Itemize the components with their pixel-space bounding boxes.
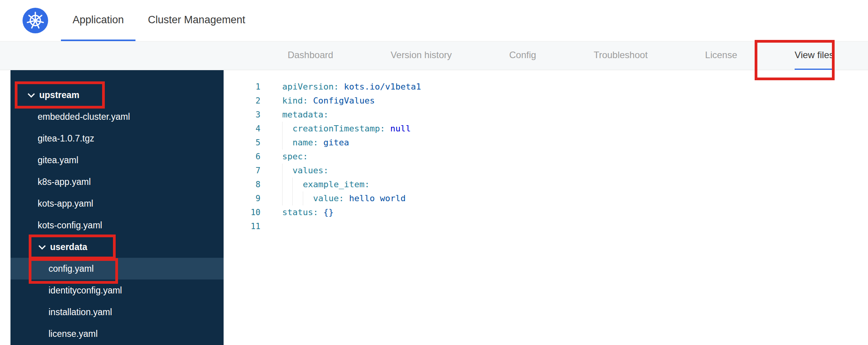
tree-file-gitea-1-0-7-tgz[interactable]: gitea-1.0.7.tgz	[10, 128, 224, 149]
tree-file-kots-config-yaml[interactable]: kots-config.yaml	[10, 214, 224, 236]
nav-tab-dashboard[interactable]: Dashboard	[288, 41, 333, 70]
token-key: status:	[282, 205, 318, 219]
tree-item-label: license.yaml	[49, 329, 98, 339]
indent-guide	[292, 191, 302, 205]
code-line-content: metadata:	[260, 108, 328, 122]
token-key: kind:	[282, 94, 308, 108]
nav-tab-version-history[interactable]: Version history	[391, 41, 451, 70]
line-number: 3	[224, 108, 260, 122]
editor-line-4[interactable]: 4creationTimestamp: null	[224, 122, 868, 136]
indent-guide	[282, 136, 292, 150]
code-line-content: kind: ConfigValues	[260, 94, 375, 108]
line-number: 6	[224, 150, 260, 164]
token-str: hello world	[344, 191, 406, 205]
token-str: ConfigValues	[308, 94, 375, 108]
line-number: 1	[224, 80, 260, 94]
line-number: 7	[224, 164, 260, 178]
token-str: kots.io/v1beta1	[339, 80, 421, 94]
tree-file-identityconfig-yaml[interactable]: identityconfig.yaml	[10, 279, 224, 301]
nav-tab-config[interactable]: Config	[509, 41, 536, 70]
indent-guide	[292, 178, 302, 191]
indent-guide	[282, 191, 292, 205]
code-editor[interactable]: 1apiVersion: kots.io/v1beta12kind: Confi…	[224, 70, 868, 345]
editor-line-6[interactable]: 6spec:	[224, 150, 868, 164]
token-key: example_item:	[303, 178, 370, 191]
code-line-content: status: {}	[260, 205, 333, 219]
indent-guide	[282, 164, 292, 178]
token-key: value:	[313, 191, 344, 205]
tree-item-label: gitea-1.0.7.tgz	[38, 133, 94, 144]
file-tree-sidebar: upstreamembedded-cluster.yamlgitea-1.0.7…	[10, 70, 224, 345]
token-key: spec:	[282, 150, 308, 164]
code-line-content: creationTimestamp: null	[260, 122, 411, 136]
editor-line-5[interactable]: 5name: gitea	[224, 136, 868, 150]
editor-line-7[interactable]: 7values:	[224, 164, 868, 178]
line-number: 9	[224, 191, 260, 205]
token-key: values:	[292, 164, 328, 178]
tree-item-label: identityconfig.yaml	[49, 285, 122, 296]
tree-file-embedded-cluster-yaml[interactable]: embedded-cluster.yaml	[10, 106, 224, 128]
tree-file-license-yaml[interactable]: license.yaml	[10, 323, 224, 345]
tree-file-k8s-app-yaml[interactable]: k8s-app.yaml	[10, 171, 224, 193]
token-str: gitea	[318, 136, 349, 150]
code-line-content: name: gitea	[260, 136, 349, 150]
editor-line-11[interactable]: 11	[224, 219, 868, 233]
tree-item-label: kots-config.yaml	[38, 220, 102, 231]
line-number: 4	[224, 122, 260, 136]
tree-item-label: kots-app.yaml	[38, 198, 93, 209]
indent-guide	[282, 178, 292, 191]
tree-file-installation-yaml[interactable]: installation.yaml	[10, 301, 224, 323]
code-line-content: spec:	[260, 150, 308, 164]
nav-tab-troubleshoot[interactable]: Troubleshoot	[594, 41, 648, 70]
code-line-content	[260, 219, 282, 233]
code-line-content: apiVersion: kots.io/v1beta1	[260, 80, 421, 94]
tree-item-label: upstream	[39, 90, 80, 100]
token-key: apiVersion:	[282, 80, 339, 94]
kubernetes-logo	[23, 8, 48, 33]
chevron-down-icon	[38, 242, 45, 249]
primary-tab-application[interactable]: Application	[61, 0, 135, 41]
tree-item-label: k8s-app.yaml	[38, 177, 91, 187]
editor-line-1[interactable]: 1apiVersion: kots.io/v1beta1	[224, 80, 868, 94]
tree-file-gitea-yaml[interactable]: gitea.yaml	[10, 149, 224, 171]
tree-file-config-yaml[interactable]: config.yaml	[10, 258, 224, 279]
primary-tab-cluster-management[interactable]: Cluster Management	[136, 0, 257, 41]
tree-folder-userdata[interactable]: userdata	[10, 236, 224, 258]
helm-wheel-icon	[26, 12, 44, 29]
tree-item-label: embedded-cluster.yaml	[38, 112, 130, 122]
nav-tab-view-files[interactable]: View files	[795, 41, 834, 70]
chevron-down-icon	[28, 90, 35, 97]
line-number: 11	[224, 219, 260, 233]
token-key: name:	[292, 136, 318, 150]
indent-guide	[303, 191, 313, 205]
line-number: 8	[224, 178, 260, 191]
code-line-content: value: hello world	[260, 191, 406, 205]
code-line-content: values:	[260, 164, 328, 178]
tree-folder-upstream[interactable]: upstream	[10, 84, 224, 106]
primary-nav: ApplicationCluster Management	[61, 0, 257, 41]
tree-item-label: config.yaml	[49, 264, 94, 274]
editor-line-3[interactable]: 3metadata:	[224, 108, 868, 122]
token-kw: null	[385, 122, 411, 136]
editor-line-2[interactable]: 2kind: ConfigValues	[224, 94, 868, 108]
tree-file-kots-app-yaml[interactable]: kots-app.yaml	[10, 193, 224, 214]
code-line-content: example_item:	[260, 178, 370, 191]
line-number: 2	[224, 94, 260, 108]
line-number: 5	[224, 136, 260, 150]
tree-item-label: installation.yaml	[49, 307, 112, 317]
top-bar: ApplicationCluster Management	[0, 0, 868, 41]
secondary-nav: DashboardVersion historyConfigTroublesho…	[0, 41, 868, 70]
tree-item-label: userdata	[50, 242, 87, 252]
token-key: metadata:	[282, 108, 328, 122]
tree-item-label: gitea.yaml	[38, 155, 78, 166]
editor-line-9[interactable]: 9value: hello world	[224, 191, 868, 205]
nav-tab-license[interactable]: License	[705, 41, 737, 70]
indent-guide	[282, 122, 292, 136]
editor-line-8[interactable]: 8example_item:	[224, 178, 868, 191]
line-number: 10	[224, 205, 260, 219]
editor-line-10[interactable]: 10status: {}	[224, 205, 868, 219]
token-key: creationTimestamp:	[292, 122, 385, 136]
token-str: {}	[318, 205, 334, 219]
